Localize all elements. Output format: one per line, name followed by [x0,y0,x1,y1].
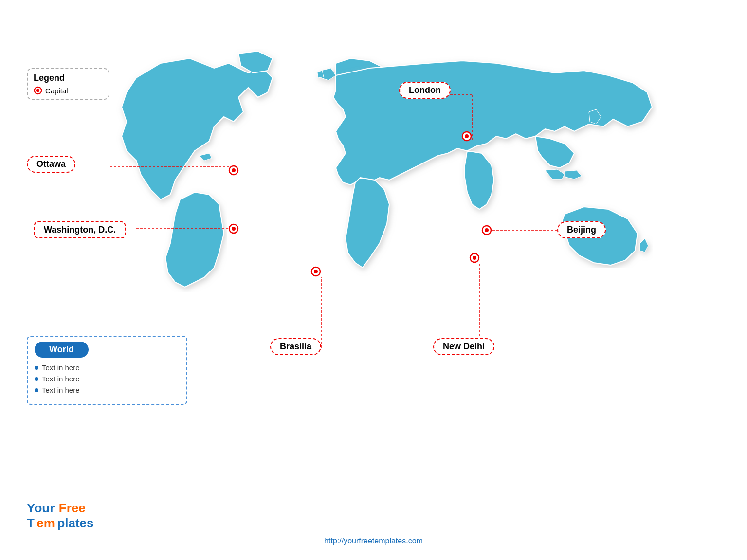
list-item: Text in here [35,386,180,394]
svg-point-18 [473,256,476,260]
city-label-beijing: Beijing [557,221,606,238]
city-label-brasilia: Brasilia [270,338,321,355]
pin-beijing [481,225,492,235]
bullet-icon [35,377,38,381]
logo-your: Your [27,501,55,515]
logo-em: em [36,516,55,530]
city-label-washington: Washington, D.C. [34,221,126,238]
bullet-icon [35,388,38,392]
legend-title: Legend [34,73,103,83]
pin-ottawa [228,165,239,176]
pin-brasilia [310,266,321,277]
logo-row2: T em plates [27,516,94,531]
pin-washington [228,223,239,234]
world-info-box: World Text in here Text in here Text in … [27,336,187,405]
pin-london [461,131,472,142]
city-label-london: London [399,82,451,99]
footer: Your Free T em plates http://yourfreetem… [0,537,747,545]
list-item: Text in here [35,363,180,372]
logo-t: T [27,516,35,530]
pin-newdelhi [469,253,480,263]
main-container: Legend Capital London Ottawa Washington,… [0,0,747,560]
logo: Your Free T em plates [27,501,94,531]
list-item: Text in here [35,375,180,383]
footer-link[interactable]: http://yourfreetemplates.com [324,537,423,545]
legend-box: Legend Capital [27,68,109,100]
svg-point-10 [232,168,236,172]
city-label-ottawa: Ottawa [27,156,75,173]
svg-point-8 [232,227,236,231]
city-label-newdelhi: New Delhi [433,338,494,355]
legend-capital-item: Capital [34,86,103,95]
svg-point-16 [485,228,489,232]
logo-free: Free [59,501,86,515]
capital-icon [34,86,42,95]
svg-point-20 [36,89,39,92]
world-button[interactable]: World [35,342,89,358]
bullet-icon [35,366,38,370]
logo-row1: Your Free [27,501,86,516]
svg-point-14 [314,270,318,273]
logo-plates: plates [57,516,93,530]
world-list: Text in here Text in here Text in here [35,363,180,394]
capital-label: Capital [45,87,68,95]
svg-point-12 [465,134,469,138]
